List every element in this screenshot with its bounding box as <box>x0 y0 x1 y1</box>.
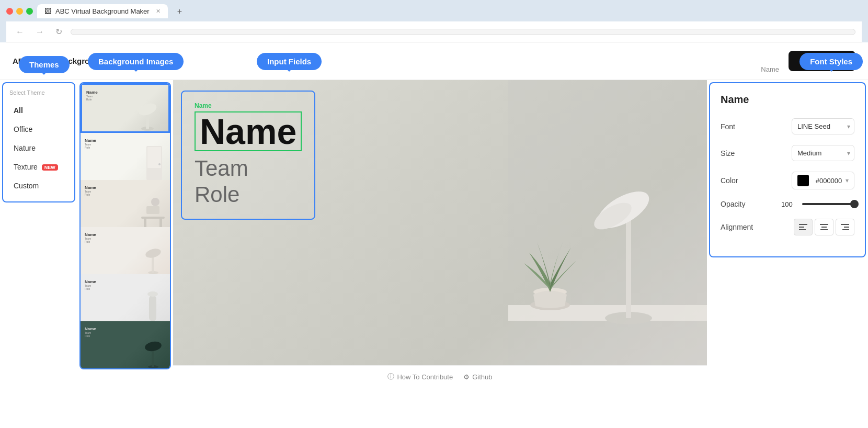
canvas-footer: ⓘ How To Contribute ⚙ Github <box>173 365 707 388</box>
chair-decoration-3 <box>139 190 167 227</box>
size-label: Size <box>721 149 735 157</box>
bg-thumb-1-name: Name <box>86 90 98 95</box>
right-panel-wrapper: Font Styles Name Name Font LINE Seed Ari… <box>707 80 868 388</box>
canvas-relative-wrapper: Input Fields Name Name Team Role <box>173 80 707 365</box>
align-left-icon <box>798 223 808 231</box>
browser-chrome: 🖼 ABC Virtual Background Maker ✕ + ← → ↻ <box>0 0 868 42</box>
tab-close-icon[interactable]: ✕ <box>156 8 161 15</box>
dot-red[interactable] <box>6 8 13 15</box>
overlay-team-text[interactable]: Team <box>195 155 302 182</box>
svg-rect-17 <box>152 349 154 367</box>
bg-thumb-img-6[interactable]: Name Team Role <box>81 321 170 368</box>
color-chevron-icon: ▾ <box>846 177 849 184</box>
contribute-label: How To Contribute <box>397 373 453 381</box>
bg-thumb-1-role: Role <box>86 98 98 101</box>
canvas-area: Input Fields Name Name Team Role <box>173 80 707 388</box>
opacity-controls: 100 <box>781 200 854 208</box>
panel-title: Name <box>721 94 854 106</box>
color-hex-value: #000000 <box>816 177 842 185</box>
bg-thumb-4[interactable]: Name Team Role <box>81 227 170 274</box>
bg-thumb-2-content: Name Team Role <box>85 138 96 149</box>
dot-yellow[interactable] <box>16 8 23 15</box>
lamp-decoration-1 <box>132 89 163 131</box>
svg-rect-32 <box>820 229 828 230</box>
nav-forward-button[interactable]: → <box>32 26 47 38</box>
themes-bubble[interactable]: Themes <box>19 56 70 73</box>
contribute-icon: ⓘ <box>387 372 394 381</box>
theme-item-texture[interactable]: Texture NEW <box>9 157 68 176</box>
svg-rect-12 <box>152 256 154 273</box>
app: ABC Virtual Background Maker ⬇ Download … <box>0 42 868 428</box>
theme-item-office[interactable]: Office <box>9 120 68 139</box>
font-styles-bubble[interactable]: Font Styles <box>800 53 863 70</box>
dot-green[interactable] <box>26 8 33 15</box>
size-select-wrapper: Small Medium Large <box>792 145 854 161</box>
bg-thumb-img-5[interactable]: Name Team Role <box>81 274 170 321</box>
align-center-icon <box>819 223 829 231</box>
svg-point-10 <box>151 198 159 206</box>
font-select[interactable]: LINE Seed Arial Roboto <box>792 118 854 134</box>
bg-thumb-1[interactable]: Name Team Role <box>81 83 170 133</box>
bg-thumb-3-content: Name Team Role <box>85 185 96 196</box>
opacity-slider-fill <box>802 203 854 205</box>
tab-title: ABC Virtual Background Maker <box>55 7 150 15</box>
svg-rect-22 <box>626 211 631 318</box>
theme-item-custom[interactable]: Custom <box>9 176 68 195</box>
lamp-svg <box>508 80 707 365</box>
tab-favicon: 🖼 <box>44 7 51 15</box>
overlay-name-text[interactable]: Name <box>195 111 302 151</box>
themes-section-label: Select Theme <box>9 89 68 96</box>
font-row: Font LINE Seed Arial Roboto <box>721 118 854 134</box>
overlay-name-label: Name <box>195 102 302 109</box>
theme-item-nature[interactable]: Nature <box>9 139 68 157</box>
align-right-button[interactable] <box>836 219 854 235</box>
github-label: Github <box>472 373 492 381</box>
bg-thumb-4-role: Role <box>85 240 96 243</box>
bg-panel-wrapper: Background Images Name Team Role <box>77 80 173 388</box>
app-body: Themes Select Theme All Office Nature Te… <box>0 80 868 388</box>
alignment-buttons <box>794 219 854 235</box>
align-center-button[interactable] <box>815 219 833 235</box>
address-bar[interactable] <box>71 29 855 35</box>
bg-thumb-6[interactable]: Name Team Role <box>81 321 170 368</box>
opacity-slider[interactable] <box>802 203 854 205</box>
theme-item-all[interactable]: All <box>9 101 68 120</box>
svg-point-18 <box>144 340 163 352</box>
bg-thumb-5-content: Name Team Role <box>85 279 96 290</box>
browser-tab[interactable]: 🖼 ABC Virtual Background Maker ✕ <box>37 4 168 18</box>
github-link[interactable]: ⚙ Github <box>463 373 492 381</box>
bg-thumb-3-name: Name <box>85 185 96 190</box>
contribute-link[interactable]: ⓘ How To Contribute <box>387 372 453 381</box>
opacity-slider-thumb[interactable] <box>850 200 859 208</box>
size-select[interactable]: Small Medium Large <box>792 145 854 161</box>
browser-dots <box>6 8 33 15</box>
bg-thumb-2[interactable]: Name Team Role <box>81 133 170 180</box>
svg-rect-7 <box>141 217 165 219</box>
align-left-button[interactable] <box>794 219 813 235</box>
new-tab-button[interactable]: + <box>172 5 187 18</box>
overlay-role-text[interactable]: Role <box>195 182 302 208</box>
bg-thumb-5[interactable]: Name Team Role <box>81 274 170 321</box>
bg-thumb-img-1[interactable]: Name Team Role <box>81 83 170 133</box>
texture-new-badge: NEW <box>42 164 58 171</box>
size-row: Size Small Medium Large <box>721 145 854 161</box>
bg-images-bubble[interactable]: Background Images <box>88 53 184 70</box>
bg-thumb-img-2[interactable]: Name Team Role <box>81 133 170 180</box>
text-overlay-box[interactable]: Name Name Team Role <box>181 91 315 220</box>
nav-refresh-button[interactable]: ↻ <box>52 26 65 38</box>
svg-rect-30 <box>820 224 828 225</box>
bg-thumb-img-3[interactable]: Name Team Role <box>81 180 170 227</box>
input-fields-bubble[interactable]: Input Fields <box>257 53 322 70</box>
bg-thumb-img-4[interactable]: Name Team Role <box>81 227 170 274</box>
bg-thumb-6-role: Role <box>85 334 96 337</box>
nav-back-button[interactable]: ← <box>13 26 27 38</box>
color-picker-row[interactable]: #000000 ▾ <box>792 172 854 189</box>
opacity-value: 100 <box>781 200 797 208</box>
door-decoration-2 <box>141 141 167 180</box>
bg-thumb-3[interactable]: Name Team Role <box>81 180 170 227</box>
svg-rect-6 <box>146 206 159 214</box>
svg-rect-14 <box>149 295 156 321</box>
right-panel: Name Font LINE Seed Arial Roboto Size <box>709 82 866 257</box>
font-styles-bubble-label: Font Styles <box>810 57 852 66</box>
lamp-dark-6 <box>139 329 167 368</box>
